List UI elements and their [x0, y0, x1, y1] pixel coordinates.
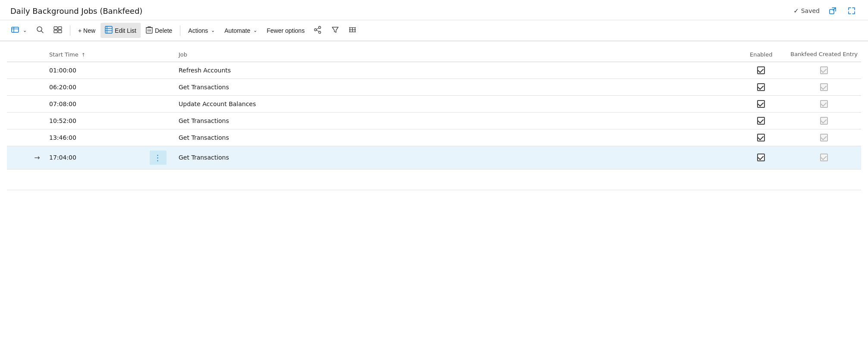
row-start-time: 06:20:00: [46, 79, 141, 95]
title-bar: Daily Background Jobs (Bankfeed) ✓ Saved: [0, 0, 868, 20]
col-header-start-time[interactable]: Start Time ↑: [46, 48, 141, 62]
actions-button[interactable]: Actions ⌄: [184, 24, 219, 37]
share-button[interactable]: [310, 23, 326, 38]
row-checkbox-cell: [7, 146, 28, 169]
layout-button[interactable]: [49, 23, 66, 38]
table-row[interactable]: 13:46:00Get Transactions: [7, 129, 861, 146]
checkbox-checked[interactable]: [757, 154, 765, 161]
row-enabled[interactable]: [735, 95, 787, 112]
row-bankfeed-entry[interactable]: [787, 95, 861, 112]
row-context-cell[interactable]: [141, 95, 175, 112]
checkbox-disabled: [820, 117, 828, 125]
row-bankfeed-entry[interactable]: [787, 62, 861, 79]
checkbox-checked[interactable]: [757, 100, 765, 108]
table-row[interactable]: 10:52:00Get Transactions: [7, 112, 861, 129]
checkbox-checked[interactable]: [757, 66, 765, 74]
table-row[interactable]: 07:08:00Update Account Balances: [7, 95, 861, 112]
row-checkbox-cell: [7, 95, 28, 112]
row-checkbox-cell: [7, 62, 28, 79]
row-bankfeed-entry[interactable]: [787, 146, 861, 169]
open-in-new-button[interactable]: [827, 6, 839, 16]
row-enabled[interactable]: [735, 79, 787, 95]
row-enabled[interactable]: [735, 62, 787, 79]
checkbox-disabled: [820, 134, 828, 141]
svg-line-1: [833, 8, 836, 10]
col-header-bankfeed[interactable]: Bankfeed Created Entry: [787, 48, 861, 62]
check-icon: ✓: [793, 7, 799, 15]
empty-row: [7, 169, 861, 190]
search-icon: [36, 26, 44, 35]
svg-rect-8: [58, 27, 62, 29]
row-start-time: 17:04:00: [46, 146, 141, 169]
col-header-enabled[interactable]: Enabled: [735, 48, 787, 62]
row-context-cell[interactable]: ⋮: [141, 146, 175, 169]
table-row[interactable]: 06:20:00Get Transactions: [7, 79, 861, 95]
col-header-checkbox: [7, 48, 28, 62]
filter-button[interactable]: [327, 23, 343, 38]
row-job: Get Transactions: [175, 79, 735, 95]
selected-row-arrow: →: [34, 154, 40, 162]
row-checkbox-cell: [7, 112, 28, 129]
row-start-time: 01:00:00: [46, 62, 141, 79]
context-menu-button[interactable]: ⋮: [150, 151, 167, 165]
row-job: Get Transactions: [175, 112, 735, 129]
search-button[interactable]: [32, 23, 48, 38]
title-actions: ✓ Saved: [793, 6, 858, 16]
checkbox-checked[interactable]: [757, 83, 765, 91]
separator-2: [180, 25, 180, 36]
table-row[interactable]: 01:00:00Refresh Accounts: [7, 62, 861, 79]
row-bankfeed-entry[interactable]: [787, 129, 861, 146]
data-table: Start Time ↑ Job Enabled Bankfeed Create…: [7, 48, 861, 190]
toolbar: ⌄ + New: [0, 20, 868, 41]
edit-list-button[interactable]: Edit List: [101, 23, 141, 38]
row-start-time: 07:08:00: [46, 95, 141, 112]
row-context-cell[interactable]: [141, 112, 175, 129]
col-header-job[interactable]: Job: [175, 48, 735, 62]
filter-icon: [331, 26, 339, 35]
checkbox-checked[interactable]: [757, 134, 765, 141]
row-start-time: 13:46:00: [46, 129, 141, 146]
browse-button[interactable]: ⌄: [7, 23, 31, 38]
svg-line-6: [41, 31, 44, 33]
columns-button[interactable]: [344, 23, 361, 38]
checkbox-disabled: [820, 66, 828, 74]
row-job: Refresh Accounts: [175, 62, 735, 79]
delete-button[interactable]: Delete: [142, 23, 176, 38]
svg-rect-2: [12, 27, 19, 32]
row-enabled[interactable]: [735, 112, 787, 129]
new-button[interactable]: + New: [74, 24, 100, 37]
row-arrow-cell: [28, 62, 46, 79]
fewer-options-button[interactable]: Fewer options: [262, 24, 309, 37]
row-context-cell[interactable]: [141, 62, 175, 79]
row-enabled[interactable]: [735, 129, 787, 146]
row-job: Get Transactions: [175, 129, 735, 146]
svg-rect-11: [105, 26, 112, 33]
actions-chevron: ⌄: [211, 28, 215, 33]
automate-button[interactable]: Automate ⌄: [220, 24, 261, 37]
checkbox-checked[interactable]: [757, 117, 765, 125]
table-row[interactable]: →17:04:00⋮Get Transactions: [7, 146, 861, 169]
expand-button[interactable]: [846, 6, 858, 16]
row-start-time: 10:52:00: [46, 112, 141, 129]
row-job: Update Account Balances: [175, 95, 735, 112]
table-header-row: Start Time ↑ Job Enabled Bankfeed Create…: [7, 48, 861, 62]
share-icon: [314, 26, 322, 35]
row-context-cell[interactable]: [141, 79, 175, 95]
col-header-context: [141, 48, 175, 62]
browse-chevron: ⌄: [23, 28, 27, 33]
row-bankfeed-entry[interactable]: [787, 112, 861, 129]
table-container: Start Time ↑ Job Enabled Bankfeed Create…: [0, 48, 868, 190]
row-job: Get Transactions: [175, 146, 735, 169]
row-arrow-cell: [28, 112, 46, 129]
columns-icon: [349, 26, 356, 35]
svg-line-20: [317, 28, 319, 30]
row-bankfeed-entry[interactable]: [787, 79, 861, 95]
row-arrow-cell: [28, 79, 46, 95]
row-context-cell[interactable]: [141, 129, 175, 146]
saved-status: ✓ Saved: [793, 7, 820, 15]
delete-icon: [146, 26, 153, 35]
row-checkbox-cell: [7, 79, 28, 95]
layout-icon: [53, 26, 62, 35]
row-enabled[interactable]: [735, 146, 787, 169]
browse-icon: [11, 26, 20, 35]
